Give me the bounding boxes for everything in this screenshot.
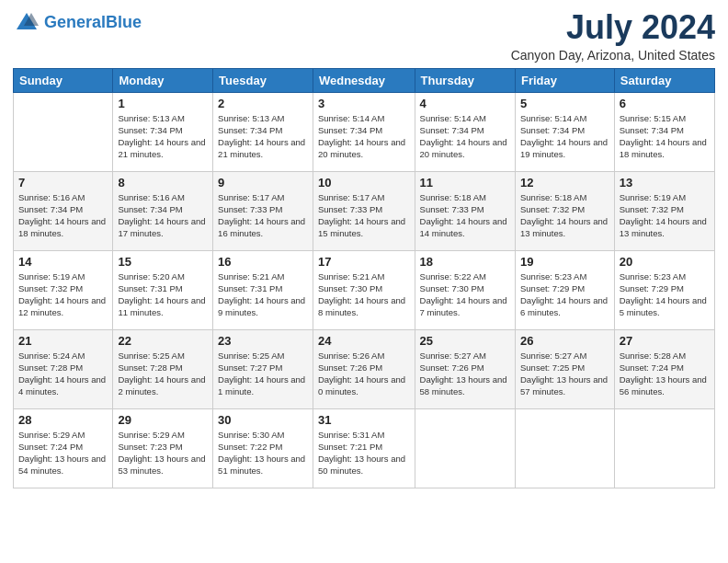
- day-info: Sunrise: 5:25 AMSunset: 7:28 PMDaylight:…: [118, 350, 208, 398]
- weekday-header: Tuesday: [213, 68, 313, 92]
- calendar-cell: 28Sunrise: 5:29 AMSunset: 7:24 PMDayligh…: [14, 408, 113, 488]
- logo: GeneralBlue: [13, 9, 142, 37]
- calendar-cell: 3Sunrise: 5:14 AMSunset: 7:34 PMDaylight…: [313, 92, 415, 171]
- day-number: 21: [18, 334, 108, 348]
- weekday-header: Monday: [113, 68, 213, 92]
- logo-icon: [13, 9, 40, 37]
- calendar-cell: 9Sunrise: 5:17 AMSunset: 7:33 PMDaylight…: [213, 171, 313, 250]
- day-info: Sunrise: 5:18 AMSunset: 7:33 PMDaylight:…: [420, 191, 510, 240]
- weekday-header: Friday: [515, 68, 614, 92]
- calendar-cell: 26Sunrise: 5:27 AMSunset: 7:25 PMDayligh…: [515, 329, 614, 408]
- calendar-cell: 10Sunrise: 5:17 AMSunset: 7:33 PMDayligh…: [313, 171, 415, 250]
- calendar-week-row: 21Sunrise: 5:24 AMSunset: 7:28 PMDayligh…: [14, 329, 715, 408]
- weekday-header: Thursday: [415, 68, 515, 92]
- logo-text: GeneralBlue: [44, 14, 142, 32]
- title-area: July 2024 Canyon Day, Arizona, United St…: [511, 9, 715, 63]
- calendar-week-row: 14Sunrise: 5:19 AMSunset: 7:32 PMDayligh…: [14, 250, 715, 329]
- day-info: Sunrise: 5:18 AMSunset: 7:32 PMDaylight:…: [520, 191, 609, 240]
- day-number: 29: [118, 413, 208, 427]
- day-number: 18: [420, 255, 510, 269]
- main-container: GeneralBlue July 2024 Canyon Day, Arizon…: [0, 0, 728, 498]
- calendar-cell: 11Sunrise: 5:18 AMSunset: 7:33 PMDayligh…: [415, 171, 515, 250]
- day-info: Sunrise: 5:24 AMSunset: 7:28 PMDaylight:…: [18, 350, 108, 398]
- day-number: 15: [118, 255, 208, 269]
- day-number: 31: [318, 413, 410, 427]
- day-number: 27: [620, 334, 710, 348]
- day-number: 5: [520, 97, 609, 110]
- calendar-cell: 15Sunrise: 5:20 AMSunset: 7:31 PMDayligh…: [113, 250, 213, 329]
- day-info: Sunrise: 5:17 AMSunset: 7:33 PMDaylight:…: [218, 191, 308, 240]
- calendar-cell: 6Sunrise: 5:15 AMSunset: 7:34 PMDaylight…: [614, 92, 714, 171]
- day-number: 1: [118, 97, 208, 110]
- day-number: 13: [620, 176, 710, 190]
- calendar-cell: 21Sunrise: 5:24 AMSunset: 7:28 PMDayligh…: [14, 329, 113, 408]
- day-number: 10: [318, 176, 410, 190]
- day-info: Sunrise: 5:14 AMSunset: 7:34 PMDaylight:…: [520, 112, 609, 161]
- day-number: 28: [18, 413, 108, 427]
- day-number: 25: [420, 334, 510, 348]
- calendar-cell: 12Sunrise: 5:18 AMSunset: 7:32 PMDayligh…: [515, 171, 614, 250]
- calendar-cell: 18Sunrise: 5:22 AMSunset: 7:30 PMDayligh…: [415, 250, 515, 329]
- day-info: Sunrise: 5:29 AMSunset: 7:23 PMDaylight:…: [118, 429, 208, 477]
- day-info: Sunrise: 5:15 AMSunset: 7:34 PMDaylight:…: [620, 112, 710, 161]
- month-title: July 2024: [511, 9, 715, 46]
- day-info: Sunrise: 5:21 AMSunset: 7:31 PMDaylight:…: [218, 270, 308, 319]
- day-info: Sunrise: 5:17 AMSunset: 7:33 PMDaylight:…: [318, 191, 410, 240]
- day-number: 23: [218, 334, 308, 348]
- day-number: 17: [318, 255, 410, 269]
- calendar-cell: 19Sunrise: 5:23 AMSunset: 7:29 PMDayligh…: [515, 250, 614, 329]
- calendar-cell: [614, 408, 714, 488]
- day-info: Sunrise: 5:19 AMSunset: 7:32 PMDaylight:…: [620, 191, 710, 240]
- calendar-cell: 7Sunrise: 5:16 AMSunset: 7:34 PMDaylight…: [14, 171, 113, 250]
- logo-line2: Blue: [106, 13, 142, 31]
- day-number: 24: [318, 334, 410, 348]
- day-number: 3: [318, 97, 410, 110]
- calendar-cell: 13Sunrise: 5:19 AMSunset: 7:32 PMDayligh…: [614, 171, 714, 250]
- day-info: Sunrise: 5:13 AMSunset: 7:34 PMDaylight:…: [118, 112, 208, 161]
- day-info: Sunrise: 5:16 AMSunset: 7:34 PMDaylight:…: [18, 191, 108, 240]
- day-number: 22: [118, 334, 208, 348]
- calendar-cell: 30Sunrise: 5:30 AMSunset: 7:22 PMDayligh…: [213, 408, 313, 488]
- calendar-cell: 22Sunrise: 5:25 AMSunset: 7:28 PMDayligh…: [113, 329, 213, 408]
- day-info: Sunrise: 5:14 AMSunset: 7:34 PMDaylight:…: [420, 112, 510, 161]
- day-info: Sunrise: 5:21 AMSunset: 7:30 PMDaylight:…: [318, 270, 410, 319]
- day-number: 2: [218, 97, 308, 110]
- day-number: 20: [620, 255, 710, 269]
- calendar-cell: 29Sunrise: 5:29 AMSunset: 7:23 PMDayligh…: [113, 408, 213, 488]
- day-info: Sunrise: 5:25 AMSunset: 7:27 PMDaylight:…: [218, 350, 308, 398]
- day-info: Sunrise: 5:29 AMSunset: 7:24 PMDaylight:…: [18, 429, 108, 477]
- day-number: 30: [218, 413, 308, 427]
- day-number: 6: [620, 97, 710, 110]
- day-info: Sunrise: 5:22 AMSunset: 7:30 PMDaylight:…: [420, 270, 510, 319]
- calendar-cell: 14Sunrise: 5:19 AMSunset: 7:32 PMDayligh…: [14, 250, 113, 329]
- day-number: 9: [218, 176, 308, 190]
- day-info: Sunrise: 5:30 AMSunset: 7:22 PMDaylight:…: [218, 429, 308, 477]
- day-number: 26: [520, 334, 609, 348]
- calendar-cell: 17Sunrise: 5:21 AMSunset: 7:30 PMDayligh…: [313, 250, 415, 329]
- calendar-cell: 27Sunrise: 5:28 AMSunset: 7:24 PMDayligh…: [614, 329, 714, 408]
- day-info: Sunrise: 5:19 AMSunset: 7:32 PMDaylight:…: [18, 270, 108, 319]
- day-number: 19: [520, 255, 609, 269]
- calendar-cell: 4Sunrise: 5:14 AMSunset: 7:34 PMDaylight…: [415, 92, 515, 171]
- day-info: Sunrise: 5:23 AMSunset: 7:29 PMDaylight:…: [620, 270, 710, 319]
- calendar-cell: 20Sunrise: 5:23 AMSunset: 7:29 PMDayligh…: [614, 250, 714, 329]
- calendar-header-row: SundayMondayTuesdayWednesdayThursdayFrid…: [14, 68, 715, 92]
- calendar-cell: [515, 408, 614, 488]
- day-info: Sunrise: 5:27 AMSunset: 7:25 PMDaylight:…: [520, 350, 609, 398]
- calendar-cell: 8Sunrise: 5:16 AMSunset: 7:34 PMDaylight…: [113, 171, 213, 250]
- calendar-cell: 5Sunrise: 5:14 AMSunset: 7:34 PMDaylight…: [515, 92, 614, 171]
- weekday-header: Wednesday: [313, 68, 415, 92]
- day-number: 16: [218, 255, 308, 269]
- header: GeneralBlue July 2024 Canyon Day, Arizon…: [13, 9, 715, 63]
- calendar-cell: 31Sunrise: 5:31 AMSunset: 7:21 PMDayligh…: [313, 408, 415, 488]
- calendar-week-row: 1Sunrise: 5:13 AMSunset: 7:34 PMDaylight…: [14, 92, 715, 171]
- day-info: Sunrise: 5:27 AMSunset: 7:26 PMDaylight:…: [420, 350, 510, 398]
- weekday-header: Sunday: [14, 68, 113, 92]
- day-info: Sunrise: 5:14 AMSunset: 7:34 PMDaylight:…: [318, 112, 410, 161]
- calendar-cell: 24Sunrise: 5:26 AMSunset: 7:26 PMDayligh…: [313, 329, 415, 408]
- location-title: Canyon Day, Arizona, United States: [511, 48, 715, 63]
- calendar-cell: 23Sunrise: 5:25 AMSunset: 7:27 PMDayligh…: [213, 329, 313, 408]
- day-info: Sunrise: 5:16 AMSunset: 7:34 PMDaylight:…: [118, 191, 208, 240]
- calendar-cell: 16Sunrise: 5:21 AMSunset: 7:31 PMDayligh…: [213, 250, 313, 329]
- calendar-cell: [14, 92, 113, 171]
